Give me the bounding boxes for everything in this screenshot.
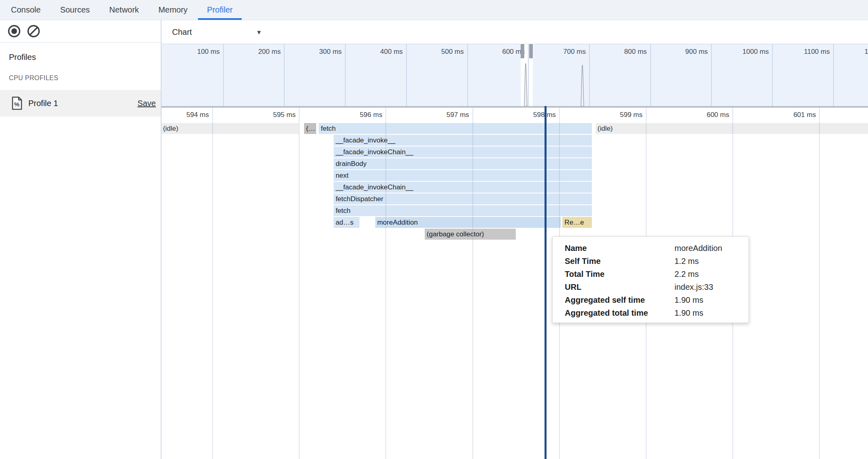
cpu-activity-spike: [581, 65, 584, 106]
detail-tick-label: 598 ms: [511, 111, 556, 119]
flame-bar[interactable]: __facade_invoke__: [334, 135, 592, 146]
tab-network[interactable]: Network: [109, 0, 139, 20]
tab-memory[interactable]: Memory: [158, 0, 187, 20]
playhead-line[interactable]: [545, 106, 547, 459]
tooltip-value: index.js:33: [674, 280, 713, 293]
tooltip-row: URLindex.js:33: [565, 280, 749, 293]
flame-row: fetchDispatcher: [162, 193, 868, 204]
flame-bar[interactable]: moreAddition: [375, 217, 561, 228]
tab-profiler[interactable]: Profiler: [207, 0, 232, 20]
overview-tick-label: 1200 ms: [846, 48, 868, 56]
overview-tick-label: 800 ms: [602, 48, 647, 56]
tab-console[interactable]: Console: [11, 0, 40, 20]
flame-bar[interactable]: (idle): [162, 123, 299, 134]
overview-tick-label: 1100 ms: [785, 48, 830, 56]
clear-profiles-button[interactable]: [26, 24, 41, 38]
timeline-overview[interactable]: 100 ms200 ms300 ms400 ms500 ms600 ms700 …: [162, 44, 868, 106]
overview-gridline: [284, 44, 285, 106]
tooltip-value: moreAddition: [674, 242, 722, 255]
detail-tick-label: 597 ms: [425, 111, 469, 119]
cpu-profiles-section-label: CPU PROFILES: [9, 74, 58, 82]
flame-bar[interactable]: fetchDispatcher: [334, 193, 592, 204]
devtools-tab-bar: ConsoleSourcesNetworkMemoryProfiler: [0, 0, 868, 20]
profiler-main-panel: Chart ▼ 100 ms200 ms300 ms400 ms500 ms60…: [162, 20, 868, 459]
overview-tick-label: 300 ms: [297, 48, 342, 56]
svg-text:%: %: [14, 101, 19, 108]
flame-row: fetch: [162, 205, 868, 216]
overview-left-handle[interactable]: [521, 44, 524, 58]
detail-tick-label: 599 ms: [598, 111, 642, 119]
detail-tick-label: 594 ms: [164, 111, 209, 119]
overview-tick-label: 100 ms: [175, 48, 220, 56]
overview-gridline: [833, 44, 834, 106]
flame-bar[interactable]: ad…s: [334, 217, 360, 228]
overview-gridline: [589, 44, 590, 106]
tooltip-value: 2.2 ms: [674, 268, 699, 280]
detail-tick-label: 601 ms: [771, 111, 816, 119]
overview-tick-label: 600 ms: [480, 48, 525, 56]
tooltip-label: Aggregated total time: [565, 306, 674, 319]
flame-bar[interactable]: (…: [304, 123, 316, 134]
flame-row: __facade_invoke__: [162, 135, 868, 146]
tooltip-label: Aggregated self time: [565, 293, 674, 306]
tooltip-row: NamemoreAddition: [565, 242, 749, 255]
overview-gridline: [772, 44, 773, 106]
flame-bar[interactable]: fetch: [334, 205, 592, 216]
flame-bar[interactable]: drainBody: [334, 158, 592, 169]
view-mode-dropdown[interactable]: Chart ▼: [167, 25, 265, 39]
flame-row: next: [162, 170, 868, 181]
sidebar-item-profile-1[interactable]: % Profile 1 Save: [0, 90, 161, 117]
flame-row: drainBody: [162, 158, 868, 169]
flame-bar[interactable]: fetch: [319, 123, 592, 134]
profiles-sidebar: Profiles CPU PROFILES % Profile 1 Save: [0, 20, 161, 459]
flame-bar[interactable]: (garbage collector): [425, 229, 516, 240]
profiles-heading: Profiles: [9, 53, 36, 62]
flame-row: ad…smoreAdditionRe…e: [162, 217, 868, 228]
flame-bar[interactable]: __facade_invokeChain__: [334, 182, 592, 193]
tooltip-label: Name: [565, 242, 674, 255]
frame-info-tooltip: NamemoreAdditionSelf Time1.2 msTotal Tim…: [552, 236, 749, 323]
flame-chart[interactable]: 594 ms595 ms596 ms597 ms598 ms599 ms600 …: [162, 108, 868, 459]
tooltip-row: Aggregated self time1.90 ms: [565, 293, 749, 306]
tooltip-label: Self Time: [565, 255, 674, 268]
tooltip-row: Aggregated total time1.90 ms: [565, 306, 749, 319]
detail-tick-label: 600 ms: [685, 111, 729, 119]
tooltip-label: Total Time: [565, 268, 674, 280]
tooltip-value: 1.90 ms: [674, 306, 703, 319]
flame-row: __facade_invokeChain__: [162, 182, 868, 193]
tooltip-value: 1.90 ms: [674, 293, 703, 306]
overview-gridline: [345, 44, 346, 106]
overview-right-handle[interactable]: [529, 44, 533, 58]
overview-gridline: [467, 44, 468, 106]
save-profile-link[interactable]: Save: [137, 99, 156, 108]
overview-tick-label: 400 ms: [358, 48, 403, 56]
clear-icon: [27, 24, 40, 38]
overview-gridline: [223, 44, 224, 106]
detail-tick-label: 595 ms: [251, 111, 296, 119]
flame-bar[interactable]: __facade_invokeChain__: [334, 147, 592, 157]
tab-sources[interactable]: Sources: [60, 0, 89, 20]
flame-row: __facade_invokeChain__: [162, 147, 868, 157]
profile-name: Profile 1: [28, 99, 137, 108]
flame-bar[interactable]: (idle): [596, 123, 868, 134]
view-mode-value: Chart: [172, 28, 192, 37]
overview-gridline: [711, 44, 712, 106]
flame-bar[interactable]: Re…e: [562, 217, 592, 228]
tooltip-label: URL: [565, 280, 674, 293]
detail-tick-label: 596 ms: [338, 111, 382, 119]
tooltip-row: Self Time1.2 ms: [565, 255, 749, 268]
cpu-activity-spike: [524, 63, 528, 106]
overview-tick-label: 500 ms: [419, 48, 464, 56]
record-profile-button[interactable]: [7, 24, 21, 38]
tooltip-value: 1.2 ms: [674, 255, 699, 268]
overview-tick-label: 1000 ms: [724, 48, 769, 56]
tooltip-row: Total Time2.2 ms: [565, 268, 749, 280]
chevron-down-icon: ▼: [256, 29, 262, 36]
view-selector-row: Chart ▼: [162, 20, 868, 44]
flame-bar[interactable]: next: [334, 170, 592, 181]
record-icon: [7, 24, 21, 38]
overview-gridline: [528, 44, 529, 106]
overview-tick-label: 900 ms: [663, 48, 708, 56]
overview-tick-label: 700 ms: [541, 48, 586, 56]
flame-row: (idle)(…fetch(idle): [162, 123, 868, 134]
